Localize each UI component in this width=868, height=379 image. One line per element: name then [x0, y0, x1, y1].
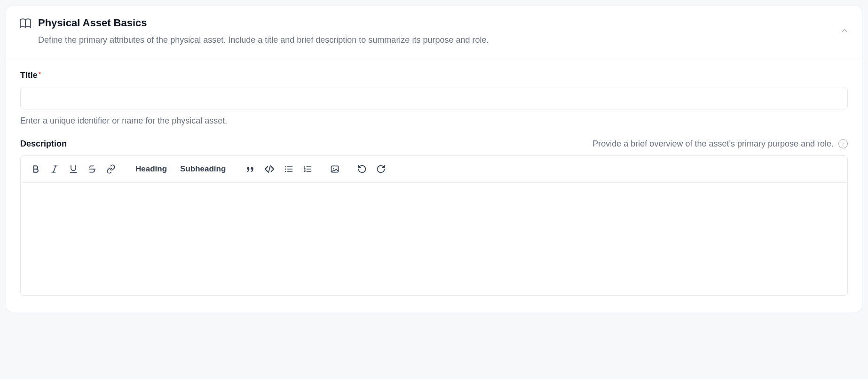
image-button[interactable] [326, 161, 343, 178]
underline-icon [69, 164, 78, 174]
collapse-toggle[interactable] [837, 23, 852, 39]
svg-point-10 [285, 168, 286, 170]
editor-toolbar: Heading Subheading [21, 156, 847, 183]
title-input[interactable] [20, 87, 848, 109]
subheading-button[interactable]: Subheading [174, 161, 231, 178]
undo-icon [357, 164, 367, 174]
panel-body: Title* Enter a unique identifier or name… [6, 57, 862, 312]
svg-point-9 [285, 166, 286, 167]
panel-subtitle: Define the primary attributes of the phy… [38, 34, 849, 46]
code-button[interactable] [260, 161, 278, 178]
bullet-list-icon [284, 164, 293, 174]
title-field-block: Title* Enter a unique identifier or name… [20, 70, 848, 126]
code-icon [264, 164, 275, 174]
info-icon[interactable]: i [838, 139, 848, 148]
image-icon [330, 164, 339, 174]
undo-button[interactable] [354, 161, 371, 178]
svg-point-11 [285, 170, 286, 172]
blockquote-button[interactable] [242, 161, 259, 178]
link-icon [106, 164, 116, 174]
ordered-list-icon [303, 164, 312, 174]
description-hint-text: Provide a brief overview of the asset's … [592, 139, 834, 149]
bullet-list-button[interactable] [280, 161, 297, 178]
chevron-up-icon [840, 26, 849, 35]
description-editor-body[interactable] [21, 183, 847, 295]
redo-button[interactable] [372, 161, 389, 178]
strikethrough-button[interactable] [84, 161, 101, 178]
panel-header: Physical Asset Basics Define the primary… [6, 6, 862, 57]
italic-button[interactable] [46, 161, 63, 178]
bold-icon [31, 164, 40, 174]
required-indicator: * [39, 70, 41, 78]
description-field-block: Description Provide a brief overview of … [20, 139, 848, 296]
panel-title: Physical Asset Basics [38, 16, 849, 30]
svg-line-5 [269, 165, 271, 172]
title-label: Title [20, 70, 38, 80]
quote-icon [245, 164, 255, 174]
rich-text-editor: Heading Subheading [20, 155, 848, 296]
book-icon [19, 16, 38, 30]
title-helper-text: Enter a unique identifier or name for th… [20, 116, 848, 126]
svg-line-2 [54, 166, 56, 172]
redo-icon [376, 164, 386, 174]
bold-button[interactable] [27, 161, 44, 178]
underline-button[interactable] [65, 161, 82, 178]
heading-button[interactable]: Heading [130, 161, 173, 178]
svg-point-16 [333, 168, 335, 169]
strikethrough-icon [87, 164, 97, 174]
panel-physical-asset-basics: Physical Asset Basics Define the primary… [6, 6, 862, 312]
ordered-list-button[interactable] [299, 161, 316, 178]
link-button[interactable] [103, 161, 119, 178]
italic-icon [50, 164, 59, 174]
description-label: Description [20, 139, 67, 149]
